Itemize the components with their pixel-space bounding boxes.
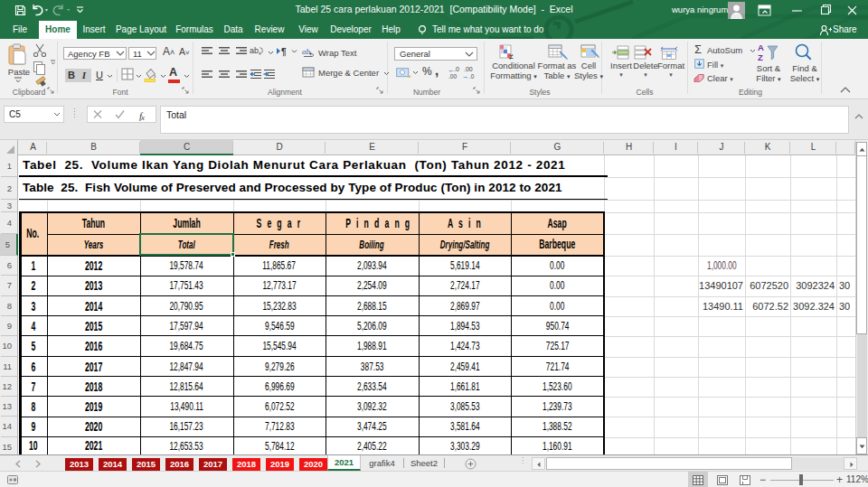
svg-text:≠: ≠ bbox=[509, 52, 514, 61]
svg-text:.00: .00 bbox=[448, 73, 457, 80]
svg-text:.0: .0 bbox=[454, 66, 459, 72]
svg-text:A: A bbox=[758, 42, 764, 52]
svg-text:fx: fx bbox=[139, 110, 145, 122]
svg-text:¶: ¶ bbox=[281, 47, 287, 57]
svg-text:.00: .00 bbox=[464, 66, 473, 72]
svg-text:ab: ab bbox=[302, 47, 311, 56]
svg-text:.0: .0 bbox=[469, 73, 475, 80]
svg-text:Z: Z bbox=[758, 52, 763, 62]
svg-text:→: → bbox=[462, 72, 469, 80]
